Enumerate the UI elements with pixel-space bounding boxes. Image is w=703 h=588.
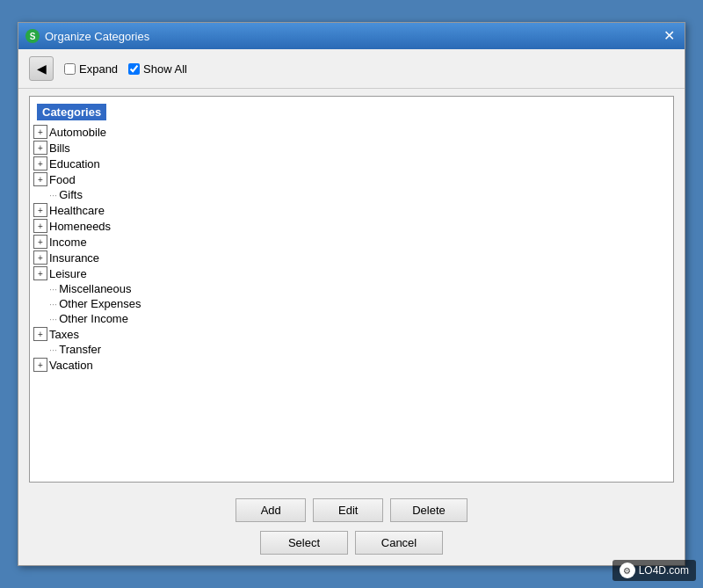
back-button[interactable]: ◀ [29, 56, 54, 81]
expander-insurance[interactable]: + [33, 250, 47, 265]
expand-checkbox[interactable] [64, 63, 76, 75]
list-item[interactable]: + Food [30, 171, 673, 187]
expander-leisure[interactable]: + [33, 266, 47, 280]
list-item[interactable]: + Homeneeds [30, 218, 673, 234]
expander-bills[interactable]: + [33, 141, 47, 155]
add-button[interactable]: Add [236, 498, 306, 522]
expander-taxes[interactable]: + [33, 327, 47, 341]
dot-line: ··· [49, 314, 57, 324]
expand-checkbox-label[interactable]: Expand [64, 62, 118, 76]
app-icon: S [25, 29, 40, 43]
item-label-income: Income [49, 236, 87, 249]
title-bar: S Organize Categories ✕ [18, 23, 685, 49]
item-label-taxes: Taxes [49, 328, 79, 341]
show-all-checkbox-label[interactable]: Show All [128, 62, 187, 76]
title-bar-left: S Organize Categories [25, 29, 149, 43]
delete-button[interactable]: Delete [390, 498, 467, 522]
expand-label: Expand [79, 62, 118, 76]
dot-line: ··· [49, 190, 57, 200]
item-label-vacation: Vacation [49, 359, 93, 372]
list-item[interactable]: + Healthcare [30, 202, 673, 218]
tree-header: Categories [37, 104, 106, 120]
expander-food[interactable]: + [33, 172, 47, 186]
list-item[interactable]: + Taxes [30, 326, 673, 342]
main-content: Categories + Automobile + Bills + Educat… [18, 89, 685, 490]
expander-education[interactable]: + [33, 156, 47, 171]
item-label-insurance: Insurance [49, 251, 99, 265]
list-item[interactable]: ··· Transfer [30, 342, 673, 357]
list-item[interactable]: + Vacation [30, 357, 673, 373]
cancel-button[interactable]: Cancel [355, 531, 443, 555]
show-all-checkbox[interactable] [128, 63, 140, 75]
select-button[interactable]: Select [260, 531, 348, 555]
item-label-education: Education [49, 157, 100, 171]
list-item[interactable]: + Bills [30, 140, 673, 156]
item-label-automobile: Automobile [49, 126, 106, 139]
list-item[interactable]: ··· Other Income [30, 311, 673, 326]
item-label-other-expenses: Other Expenses [59, 297, 141, 310]
item-label-bills: Bills [49, 142, 70, 155]
tree-container[interactable]: Categories + Automobile + Bills + Educat… [29, 96, 674, 483]
action-buttons: Add Edit Delete [18, 490, 685, 527]
show-all-label: Show All [143, 62, 187, 76]
item-label-miscellaneous: Miscellaneous [59, 282, 131, 295]
expander-homeneeds[interactable]: + [33, 219, 47, 233]
watermark: ⚙ LO4D.com [612, 560, 696, 581]
item-label-gifts: Gifts [59, 188, 83, 201]
watermark-icon: ⚙ [620, 563, 635, 578]
expander-income[interactable]: + [33, 235, 47, 249]
list-item[interactable]: + Income [30, 234, 673, 250]
expander-healthcare[interactable]: + [33, 203, 47, 217]
edit-button[interactable]: Edit [313, 498, 383, 522]
item-label-transfer: Transfer [59, 343, 101, 356]
item-label-other-income: Other Income [59, 312, 128, 325]
list-item[interactable]: ··· Miscellaneous [30, 281, 673, 296]
back-icon: ◀ [37, 62, 47, 76]
expander-automobile[interactable]: + [33, 125, 47, 139]
expander-vacation[interactable]: + [33, 358, 47, 372]
close-button[interactable]: ✕ [660, 27, 678, 45]
dialog-title: Organize Categories [45, 30, 149, 43]
list-item[interactable]: + Leisure [30, 265, 673, 281]
dot-line: ··· [49, 284, 57, 294]
list-item[interactable]: ··· Other Expenses [30, 296, 673, 311]
dot-line: ··· [49, 299, 57, 309]
dot-line: ··· [49, 345, 57, 355]
list-item[interactable]: + Insurance [30, 250, 673, 265]
item-label-healthcare: Healthcare [49, 204, 105, 217]
bottom-buttons: Select Cancel [18, 527, 685, 565]
list-item[interactable]: + Education [30, 156, 673, 171]
list-item[interactable]: + Automobile [30, 124, 673, 140]
toolbar: ◀ Expand Show All [18, 49, 685, 89]
list-item[interactable]: ··· Gifts [30, 187, 673, 202]
item-label-food: Food [49, 173, 76, 186]
item-label-leisure: Leisure [49, 267, 87, 280]
organize-categories-dialog: S Organize Categories ✕ ◀ Expand Show Al… [18, 22, 685, 566]
watermark-text: LO4D.com [639, 564, 689, 577]
item-label-homeneeds: Homeneeds [49, 220, 111, 233]
